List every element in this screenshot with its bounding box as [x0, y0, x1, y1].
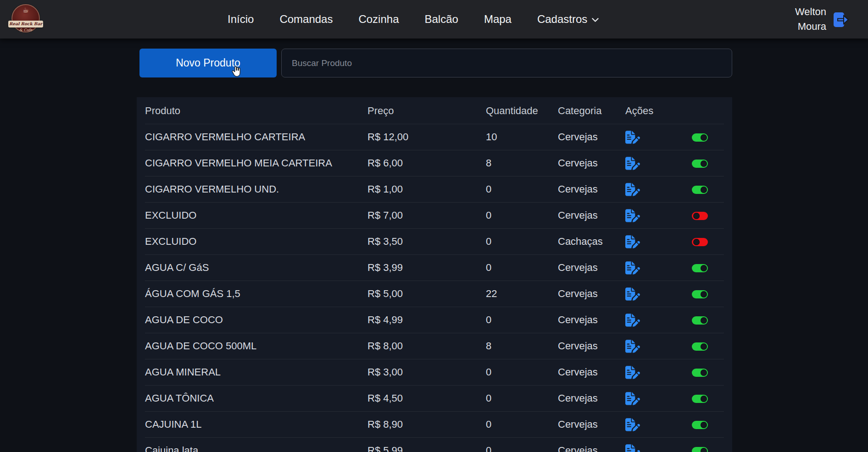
file-edit-icon — [625, 235, 640, 248]
search-product-input[interactable] — [281, 49, 732, 77]
toggle-knob — [701, 265, 707, 271]
edit-product-button[interactable] — [625, 340, 640, 356]
status-cell — [671, 176, 724, 203]
nav-dropdown-label: Cadastros — [537, 13, 587, 26]
edit-product-button[interactable] — [625, 392, 640, 408]
file-edit-icon — [625, 131, 640, 144]
status-toggle[interactable] — [692, 395, 708, 403]
edit-product-button[interactable] — [625, 366, 640, 382]
edit-cell — [625, 150, 671, 176]
status-cell — [671, 203, 724, 229]
price-cell: R$ 1,00 — [367, 176, 486, 203]
nav-item-cozinha[interactable]: Cozinha — [358, 13, 399, 26]
file-edit-icon — [625, 261, 640, 275]
status-toggle[interactable] — [692, 316, 708, 325]
toggle-knob — [701, 187, 707, 193]
product-name-cell: CIGARRO VERMELHO CARTEIRA — [145, 124, 367, 150]
status-toggle[interactable] — [692, 447, 708, 452]
edit-cell — [625, 307, 671, 333]
nav-item-mapa[interactable]: Mapa — [484, 13, 512, 26]
status-toggle[interactable] — [692, 212, 708, 220]
status-toggle[interactable] — [692, 264, 708, 272]
price-cell: R$ 5,99 — [367, 438, 486, 452]
product-name-cell: AGUA DE COCO 500ML — [145, 333, 367, 359]
status-toggle[interactable] — [692, 290, 708, 298]
status-toggle[interactable] — [692, 421, 708, 429]
column-header-produto: Produto — [145, 97, 367, 124]
category-cell: Cervejas — [558, 124, 625, 150]
quantity-cell: 10 — [486, 124, 558, 150]
edit-cell — [625, 176, 671, 203]
edit-product-button[interactable] — [625, 183, 640, 199]
toggle-knob — [701, 369, 707, 376]
nav-item-inicio[interactable]: Início — [228, 13, 254, 26]
table-row: CIGARRO VERMELHO CARTEIRA R$ 12,00 10 Ce… — [145, 124, 724, 150]
file-edit-icon — [625, 183, 640, 196]
product-name-cell: CIGARRO VERMELHO UND. — [145, 176, 367, 203]
file-edit-icon — [625, 287, 640, 301]
user-name: Welton Moura — [795, 5, 826, 34]
price-cell: R$ 4,99 — [367, 307, 486, 333]
status-toggle[interactable] — [692, 342, 708, 351]
table-row: AGUA MINERAL R$ 3,00 0 Cervejas — [145, 359, 724, 386]
quantity-cell: 0 — [486, 359, 558, 386]
price-cell: R$ 8,90 — [367, 412, 486, 438]
quantity-cell: 0 — [486, 203, 558, 229]
edit-product-button[interactable] — [625, 157, 640, 173]
quantity-cell: 0 — [486, 255, 558, 281]
edit-product-button[interactable] — [625, 418, 640, 434]
file-edit-icon — [625, 444, 640, 452]
price-cell: R$ 6,00 — [367, 150, 486, 176]
toggle-knob — [693, 239, 700, 245]
nav-dropdown-cadastros[interactable]: Cadastros — [537, 13, 599, 26]
status-toggle[interactable] — [692, 238, 708, 246]
price-cell: R$ 12,00 — [367, 124, 486, 150]
edit-product-button[interactable] — [625, 261, 640, 277]
status-toggle[interactable] — [692, 133, 708, 142]
category-cell: Cervejas — [558, 281, 625, 307]
table-row: Cajuina lata R$ 5,99 0 Cervejas — [145, 438, 724, 452]
nav-item-balcao[interactable]: Balcão — [425, 13, 458, 26]
sign-out-icon[interactable] — [832, 10, 850, 29]
status-cell — [671, 281, 724, 307]
edit-product-button[interactable] — [625, 287, 640, 303]
toggle-knob — [701, 448, 707, 452]
category-cell: Cervejas — [558, 438, 625, 452]
table-row: AGUA TÔNICA R$ 4,50 0 Cervejas — [145, 386, 724, 412]
category-cell: Cervejas — [558, 150, 625, 176]
edit-cell — [625, 359, 671, 386]
column-header-categoria: Categoria — [558, 97, 625, 124]
brand-name: Real Rock Bar — [8, 21, 43, 28]
status-cell — [671, 307, 724, 333]
product-name-cell: EXCLUIDO — [145, 229, 367, 255]
nav-item-comandas[interactable]: Comandas — [279, 13, 333, 26]
file-edit-icon — [625, 340, 640, 353]
top-navbar: ☕ Real Rock Bar & Cafe Início Comandas C… — [0, 0, 868, 39]
price-cell: R$ 3,50 — [367, 229, 486, 255]
quantity-cell: 8 — [486, 150, 558, 176]
new-product-button[interactable]: Novo Produto — [139, 49, 277, 77]
column-header-acoes: Ações — [625, 97, 671, 124]
toggle-knob — [701, 343, 707, 350]
edit-product-button[interactable] — [625, 235, 640, 251]
status-toggle[interactable] — [692, 186, 708, 194]
user-area: Welton Moura — [795, 0, 850, 39]
quantity-cell: 8 — [486, 333, 558, 359]
edit-product-button[interactable] — [625, 444, 640, 452]
product-name-cell: AGUA DE COCO — [145, 307, 367, 333]
status-cell — [671, 412, 724, 438]
toggle-knob — [701, 160, 707, 167]
quantity-cell: 0 — [486, 386, 558, 412]
status-toggle[interactable] — [692, 160, 708, 168]
column-header-quantidade: Quantidade — [486, 97, 558, 124]
category-cell: Cervejas — [558, 333, 625, 359]
status-toggle[interactable] — [692, 369, 708, 377]
brand-logo[interactable]: ☕ Real Rock Bar & Cafe — [10, 3, 41, 35]
status-cell — [671, 359, 724, 386]
product-table: Produto Preço Quantidade Categoria Ações… — [145, 97, 724, 452]
edit-product-button[interactable] — [625, 314, 640, 330]
quantity-cell: 0 — [486, 412, 558, 438]
edit-product-button[interactable] — [625, 209, 640, 225]
edit-product-button[interactable] — [625, 131, 640, 147]
category-cell: Cervejas — [558, 359, 625, 386]
